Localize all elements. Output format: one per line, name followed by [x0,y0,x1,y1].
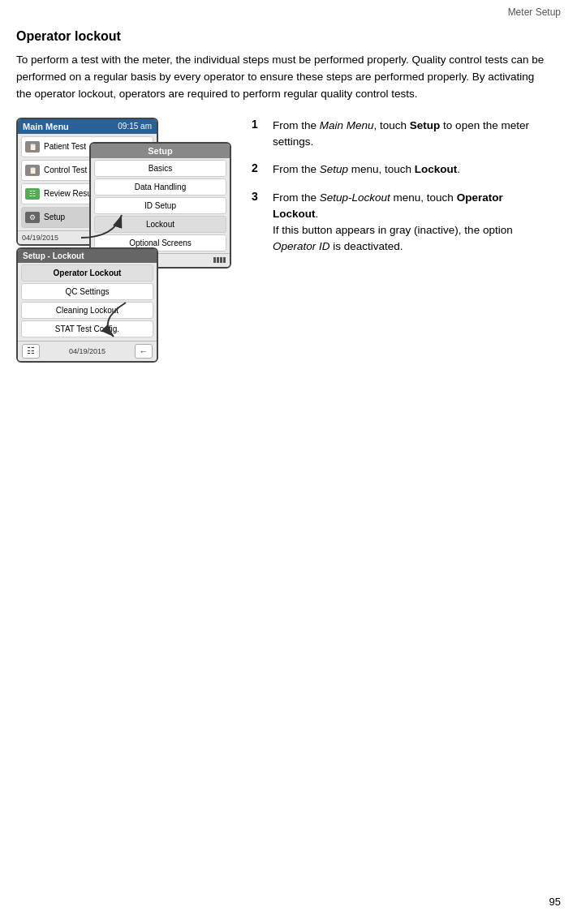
patient-test-icon: 📋 [25,141,40,153]
page-number: 95 [549,896,561,908]
setup-battery-bar-2 [217,257,219,263]
setup-screen-header: Setup [91,144,230,158]
lockout-screen: Setup - Lockout Operator Lockout QC Sett… [16,247,158,363]
control-test-label: Control Test [44,165,87,174]
review-results-icon: ☷ [25,188,40,200]
setup-battery-bars [213,257,226,263]
control-test-icon: 📋 [25,165,40,176]
lockout-item-cleaning[interactable]: Cleaning Lockout [21,302,153,319]
intro-text: To perform a test with the meter, the in… [16,52,545,103]
main-menu-time: 09:15 am [118,122,152,131]
content-area: Operator lockout To perform a test with … [0,21,577,475]
lockout-item-stat[interactable]: STAT Test Config. [21,320,153,337]
instructions: 1 From the Main Menu, touch Setup to ope… [252,118,545,267]
setup-screen-title: Setup [148,146,173,156]
lockout-item-qc[interactable]: QC Settings [21,283,153,300]
lockout-screen-footer: ☷ 04/19/2015 ← [18,341,157,361]
lockout-item-operator[interactable]: Operator Lockout [21,264,153,281]
setup-item-lockout[interactable]: Lockout [94,216,226,233]
step-3-number: 3 [252,190,265,203]
setup-battery-bar-4 [223,257,226,263]
step-2-text: From the Setup menu, touch Lockout. [273,161,460,178]
setup-battery-bar-3 [220,257,222,263]
setup-battery-bar-1 [213,257,216,263]
patient-test-label: Patient Test [44,142,86,151]
lockout-screen-header: Setup - Lockout [18,249,157,263]
section-title: Operator lockout [16,29,545,44]
page-header: Meter Setup [0,0,577,21]
lockout-back-btn[interactable]: ← [135,344,153,359]
device-screens: Main Menu 09:15 am 📋 Patient Test 📋 Cont… [16,118,235,466]
step-3-text: From the Setup-Lockout menu, touch Opera… [273,190,545,256]
setup-item-id-setup[interactable]: ID Setup [94,197,226,214]
step-1: 1 From the Main Menu, touch Setup to ope… [252,118,545,151]
header-title: Meter Setup [508,6,561,18]
main-menu-title: Main Menu [23,122,69,131]
main-menu-header: Main Menu 09:15 am [18,119,157,134]
step-2: 2 From the Setup menu, touch Lockout. [252,161,545,178]
setup-battery [213,257,226,263]
step-3: 3 From the Setup-Lockout menu, touch Ope… [252,190,545,256]
step-1-text: From the Main Menu, touch Setup to open … [273,118,545,151]
step-2-number: 2 [252,161,265,174]
lockout-footer-icon[interactable]: ☷ [22,344,40,359]
lockout-screen-title: Setup - Lockout [23,251,84,260]
setup-item-basics[interactable]: Basics [94,160,226,177]
main-layout: Main Menu 09:15 am 📋 Patient Test 📋 Cont… [16,118,545,466]
setup-icon: ⚙ [25,212,40,223]
lockout-screen-date: 04/19/2015 [69,347,105,355]
main-menu-date: 04/19/2015 [22,234,58,242]
setup-label: Setup [44,213,65,221]
setup-item-data-handling[interactable]: Data Handling [94,178,226,196]
step-1-number: 1 [252,118,265,131]
